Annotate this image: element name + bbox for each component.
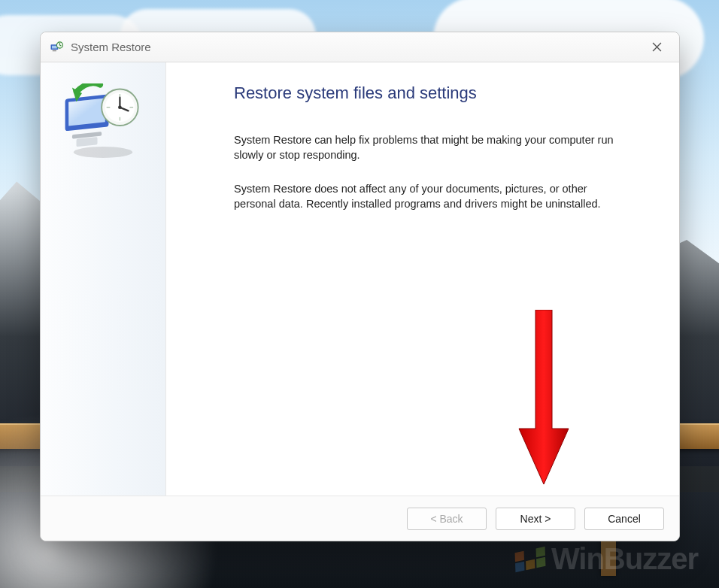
- wizard-sidebar: [41, 62, 166, 496]
- back-button[interactable]: < Back: [407, 508, 487, 530]
- svg-rect-7: [68, 99, 105, 126]
- window-title: System Restore: [71, 41, 151, 53]
- watermark-logo-icon: [514, 546, 545, 571]
- close-icon: [652, 42, 662, 52]
- cancel-button[interactable]: Cancel: [584, 508, 664, 530]
- watermark: WinBuzzer: [515, 542, 698, 576]
- svg-point-18: [118, 105, 122, 109]
- wizard-button-bar: < Back Next > Cancel: [41, 496, 679, 541]
- titlebar[interactable]: System Restore: [41, 32, 679, 62]
- wizard-content: Restore system files and settings System…: [166, 62, 679, 496]
- svg-point-4: [74, 147, 132, 158]
- system-restore-graphic-icon: [61, 83, 145, 159]
- watermark-text: WinBuzzer: [551, 542, 698, 576]
- intro-paragraph-2: System Restore does not affect any of yo…: [234, 182, 625, 211]
- svg-rect-2: [53, 50, 56, 51]
- system-restore-icon: [50, 41, 63, 54]
- next-button[interactable]: Next >: [496, 508, 575, 530]
- intro-paragraph-1: System Restore can help fix problems tha…: [234, 133, 625, 162]
- svg-rect-9: [77, 137, 98, 147]
- close-button[interactable]: [640, 37, 673, 58]
- system-restore-dialog: System Restore: [40, 32, 680, 541]
- svg-rect-1: [52, 45, 57, 48]
- page-heading: Restore system files and settings: [234, 83, 654, 103]
